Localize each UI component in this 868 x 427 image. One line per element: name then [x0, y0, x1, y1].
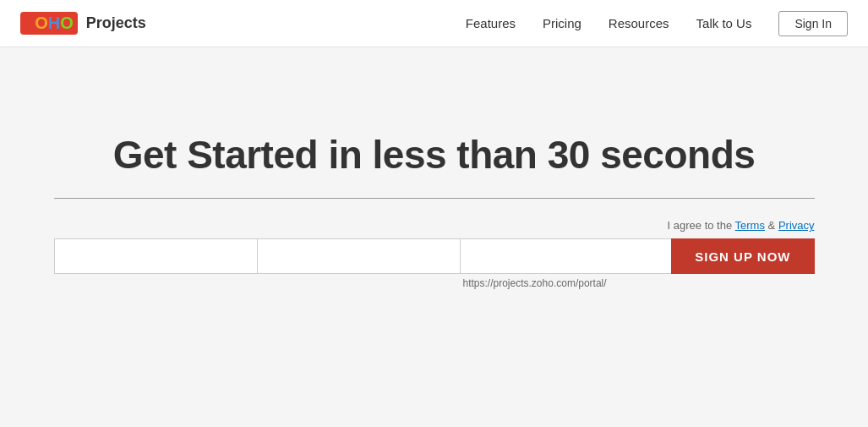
logo-link[interactable]: Z O H O Projects [20, 12, 146, 35]
nav-pricing[interactable]: Pricing [543, 16, 581, 30]
name-input[interactable] [54, 238, 257, 274]
signup-button[interactable]: SIGN UP NOW [671, 238, 814, 274]
logo-letter-h: H [48, 14, 60, 33]
portal-hint-text: https://projects.zoho.com/portal/ [54, 277, 815, 289]
privacy-link[interactable]: Privacy [778, 219, 815, 232]
main-nav: Features Pricing Resources Talk to Us Si… [466, 11, 848, 36]
signup-form-row: SIGN UP NOW [54, 238, 815, 274]
nav-features[interactable]: Features [466, 16, 516, 30]
logo-letter-o1: O [35, 14, 48, 33]
terms-line: I agree to the Terms & Privacy [54, 219, 815, 232]
page-headline: Get Started in less than 30 seconds [113, 132, 756, 178]
email-input[interactable] [257, 238, 460, 274]
terms-link[interactable]: Terms [735, 219, 765, 232]
sign-in-button[interactable]: Sign In [778, 11, 848, 36]
logo-projects-text: Projects [86, 14, 146, 32]
terms-prefix-text: I agree to the [668, 219, 733, 232]
logo-letter-o2: O [60, 14, 74, 33]
terms-ampersand: & [768, 219, 778, 232]
main-content: Get Started in less than 30 seconds I ag… [0, 47, 868, 289]
nav-talk-to-us[interactable]: Talk to Us [696, 16, 752, 30]
logo-letter-z: Z [25, 14, 35, 33]
portal-input[interactable] [460, 238, 672, 274]
site-header: Z O H O Projects Features Pricing Resour… [0, 0, 868, 47]
section-divider [54, 198, 815, 199]
nav-resources[interactable]: Resources [609, 16, 669, 30]
zoho-logo-box: Z O H O [20, 12, 78, 35]
